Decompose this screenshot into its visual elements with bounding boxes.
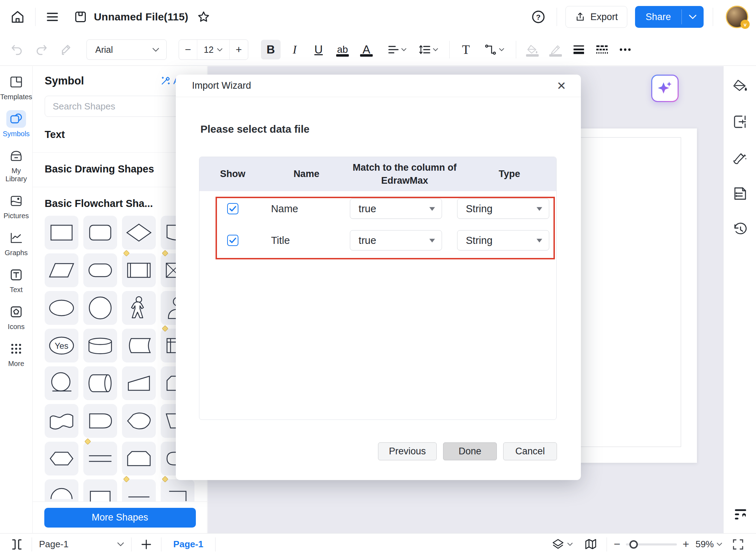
line-style-button[interactable] [592,40,612,59]
shape-circle[interactable] [83,291,117,325]
sidebar-item-pictures[interactable]: Pictures [4,192,29,220]
layer-settings-button[interactable] [731,506,749,524]
fullscreen-button[interactable] [729,537,747,552]
plus-icon [141,539,152,550]
sidebar-item-templates[interactable]: Templates [0,73,32,101]
user-avatar[interactable]: v [726,6,748,28]
done-button[interactable]: Done [443,442,497,460]
notes-button[interactable] [731,184,749,203]
redo-button[interactable] [32,40,51,59]
format-painter-button[interactable] [56,40,76,59]
dialog-subtitle: Please select data file [200,123,309,135]
match-dropdown[interactable]: true [350,198,442,219]
undo-button[interactable] [7,40,27,59]
underline-button[interactable]: U [309,40,328,59]
shape-rectangle[interactable] [45,216,78,250]
font-family-select[interactable]: Arial [87,39,167,60]
font-color-button[interactable]: A [357,40,376,59]
zoom-out-button[interactable]: − [614,538,621,551]
more-shapes-button[interactable]: More Shapes [44,508,196,528]
sidebar-item-text[interactable]: Text [6,266,26,294]
favorite-button[interactable] [194,8,213,26]
fill-color-button[interactable] [523,40,542,59]
layers-button[interactable] [552,538,573,551]
save-button[interactable] [71,7,90,27]
shape-delay[interactable] [83,404,117,438]
shape-card-cut-corners[interactable] [122,442,156,475]
shape-ellipse[interactable] [45,291,78,325]
shape-rounded-rectangle[interactable] [83,216,117,250]
show-checkbox[interactable] [227,235,238,246]
check-icon [229,237,237,244]
show-checkbox[interactable] [227,203,238,214]
cancel-button[interactable]: Cancel [503,442,557,460]
menu-button[interactable] [43,8,62,26]
help-button[interactable]: ? [528,7,548,27]
type-dropdown[interactable]: String [457,230,549,251]
shape-stadium[interactable] [83,253,117,287]
divider [131,537,132,551]
navigator-button[interactable] [582,537,600,552]
more-tools-button[interactable] [615,40,635,59]
fill-style-button[interactable] [731,77,749,95]
line-weight-button[interactable] [569,40,589,59]
search-input[interactable] [53,101,188,112]
add-page-button[interactable] [139,537,154,552]
page-tab[interactable]: Page-1 [168,539,208,550]
ai-assistant-button[interactable] [651,75,679,102]
theme-beautify-button[interactable] [731,149,749,167]
share-button[interactable]: Share [635,6,704,28]
font-size-increase-button[interactable]: + [230,40,248,59]
zoom-in-button[interactable]: + [683,538,689,551]
export-button[interactable]: Export [565,6,627,28]
sidebar-item-my-library[interactable]: My Library [4,147,28,183]
line-color-button[interactable] [546,40,565,59]
sidebar-item-symbols[interactable]: Symbols [3,110,30,138]
type-dropdown[interactable]: String [457,198,549,219]
close-icon[interactable]: ✕ [557,80,566,92]
line-spacing-button[interactable] [414,40,443,59]
shape-yes-ellipse[interactable]: Yes [45,329,78,362]
shape-direct-access-storage[interactable] [83,366,117,400]
sidebar-item-more[interactable]: More [6,340,26,368]
history-button[interactable] [731,220,749,239]
shape-display[interactable] [122,404,156,438]
shape-manual-operation[interactable] [122,366,156,400]
divider [35,8,36,26]
text-icon [10,269,22,281]
shape-person[interactable] [122,291,156,325]
previous-button[interactable]: Previous [378,442,437,460]
page-selector[interactable]: Page-1 [39,539,124,550]
zoom-slider[interactable] [626,543,677,545]
match-dropdown[interactable]: true [350,230,442,251]
italic-button[interactable]: I [285,40,305,59]
shape-double-lines[interactable] [83,442,117,475]
home-button[interactable] [8,7,27,27]
connector-button[interactable] [479,40,510,59]
align-button[interactable] [383,40,411,59]
strikethrough-button[interactable]: ab [333,40,352,59]
font-size-select[interactable]: 12 [197,40,230,59]
shape-parallelogram[interactable] [45,253,78,287]
text-tool-button[interactable]: T [456,40,476,59]
shape-database[interactable] [83,329,117,362]
shape-diamond[interactable] [122,216,156,250]
home-icon [11,10,25,24]
shape-predefined-process[interactable] [122,253,156,287]
shape-wave-document[interactable] [45,404,78,438]
pictures-icon [10,195,22,207]
pages-panel-button[interactable] [9,537,25,552]
shape-stored-data[interactable] [122,329,156,362]
shape-loop-limit[interactable] [45,366,78,400]
zoom-slider-knob[interactable] [629,540,638,549]
sidebar-item-graphs[interactable]: Graphs [5,229,28,257]
bold-button[interactable]: B [261,40,281,59]
page-settings-button[interactable] [731,113,749,131]
shape-hexagon[interactable] [45,442,78,475]
app-header: Unnamed File(115) ? Export Share v [0,0,756,66]
font-size-decrease-button[interactable]: − [179,40,197,59]
share-menu-button[interactable] [682,6,704,28]
zoom-level-select[interactable]: 59% [696,539,722,550]
share-label[interactable]: Share [635,6,681,28]
sidebar-item-icons[interactable]: Icons [6,303,26,331]
